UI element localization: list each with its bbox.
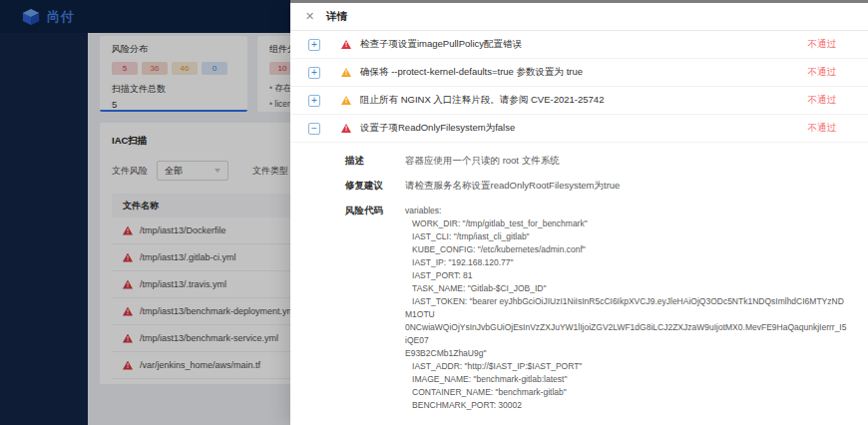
fix-suggestion-row: 修复建议 请检查服务名称设置readOnlyRootFilesystem为tru…	[345, 180, 848, 193]
status-badge: 不通过	[808, 94, 837, 107]
status-badge: 不通过	[808, 66, 837, 79]
check-item-row[interactable]: 确保将 --protect-kernel-defaults=true 参数设置为…	[290, 59, 868, 87]
check-item-row[interactable]: 设置子项ReadOnlyFilesystem为false 不通过	[290, 115, 868, 143]
check-item-row[interactable]: 阻止所有 NGINX 入口注释片段。请参阅 CVE-2021-25742 不通过	[290, 87, 868, 115]
risk-code-label: 风险代码	[345, 205, 397, 425]
warning-icon	[341, 124, 351, 133]
risk-code-row: 风险代码 variables: WORK_DIR: "/tmp/gitlab_t…	[345, 205, 848, 425]
description-value: 容器应使用一个只读的 root 文件系统	[405, 155, 560, 168]
drawer-mask[interactable]	[0, 0, 290, 425]
risk-code-block: variables: WORK_DIR: "/tmp/gitlab_test_f…	[405, 205, 848, 425]
details-drawer: ✕ 详情 检查子项设置imagePullPolicy配置错误 不通过 确保将 -…	[290, 0, 868, 425]
close-icon[interactable]: ✕	[305, 11, 314, 22]
check-item-row[interactable]: 检查子项设置imagePullPolicy配置错误 不通过	[290, 31, 868, 59]
fix-suggestion-value: 请检查服务名称设置readOnlyRootFilesystem为true	[405, 180, 620, 193]
drawer-title: 详情	[326, 10, 347, 24]
fix-suggestion-label: 修复建议	[345, 180, 397, 193]
description-label: 描述	[345, 155, 397, 168]
check-item-title: 阻止所有 NGINX 入口注释片段。请参阅 CVE-2021-25742	[360, 94, 604, 107]
screen: 尚付 风险分布 5 36 46 0 扫描文件总数 5 组件分析 10	[0, 0, 868, 425]
warning-icon	[341, 96, 351, 105]
expand-icon[interactable]	[308, 67, 320, 79]
check-item-detail: 描述 容器应使用一个只读的 root 文件系统 修复建议 请检查服务名称设置re…	[290, 143, 868, 425]
expand-icon[interactable]	[308, 39, 320, 51]
description-row: 描述 容器应使用一个只读的 root 文件系统	[345, 155, 848, 168]
warning-icon	[341, 68, 351, 77]
drawer-header: ✕ 详情	[290, 3, 868, 31]
check-item-title: 设置子项ReadOnlyFilesystem为false	[360, 122, 515, 135]
warning-icon	[341, 40, 351, 49]
check-item-title: 检查子项设置imagePullPolicy配置错误	[360, 38, 522, 51]
collapse-icon[interactable]	[308, 123, 320, 135]
check-item-title: 确保将 --protect-kernel-defaults=true 参数设置为…	[360, 66, 583, 79]
status-badge: 不通过	[808, 38, 837, 51]
status-badge: 不通过	[808, 122, 837, 135]
expand-icon[interactable]	[308, 95, 320, 107]
